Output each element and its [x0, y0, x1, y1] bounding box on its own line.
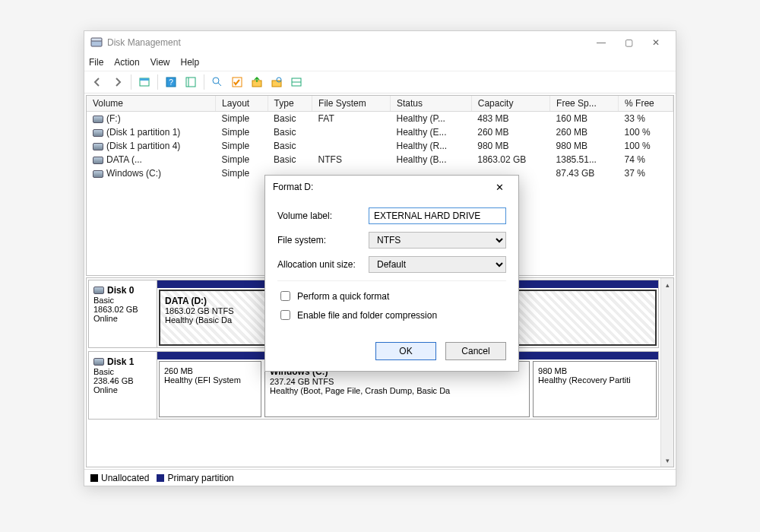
table-cell: NTFS — [312, 153, 391, 166]
svg-rect-1 — [91, 38, 102, 41]
table-cell: DATA (... — [87, 153, 216, 166]
table-cell: Basic — [268, 112, 312, 126]
vertical-scrollbar[interactable]: ▴ ▾ — [660, 278, 673, 467]
column-header[interactable]: File System — [312, 96, 391, 112]
column-header[interactable]: Volume — [87, 96, 216, 112]
table-cell: Simple — [216, 139, 268, 153]
partition-size: 260 MB — [164, 366, 256, 375]
file-system-select[interactable]: NTFS — [369, 232, 506, 249]
table-cell: 980 MB — [471, 139, 549, 153]
quick-format-label: Perform a quick format — [297, 291, 389, 302]
dialog-title: Format D: — [273, 182, 313, 192]
table-cell — [312, 125, 391, 139]
volume-icon — [93, 116, 103, 123]
table-cell: 483 MB — [471, 112, 549, 126]
partition[interactable]: 980 MB Healthy (Recovery Partiti — [533, 361, 657, 417]
menu-file[interactable]: File — [89, 57, 103, 68]
table-cell: 87.43 GB — [550, 166, 619, 180]
toolbar-btn-4[interactable] — [208, 73, 226, 91]
disk-header: Disk 1 Basic 238.46 GB Online — [89, 352, 157, 419]
table-cell: 160 MB — [550, 112, 619, 126]
partition[interactable]: 260 MB Healthy (EFI System — [159, 361, 261, 417]
table-cell: FAT — [312, 112, 391, 126]
toolbar-btn-7[interactable] — [268, 73, 286, 91]
table-cell: (Disk 1 partition 4) — [87, 139, 216, 153]
maximize-button[interactable]: ▢ — [615, 32, 642, 53]
toolbar-btn-8[interactable] — [287, 73, 306, 91]
back-button[interactable] — [89, 73, 107, 91]
format-dialog: Format D: ✕ Volume label: File system: N… — [264, 175, 519, 372]
table-cell: 74 % — [619, 153, 673, 166]
toolbar-btn-3[interactable] — [182, 73, 200, 91]
table-cell: Simple — [216, 153, 268, 166]
scroll-up-icon[interactable]: ▴ — [661, 278, 674, 291]
legend-unallocated-label: Unallocated — [101, 473, 149, 483]
volume-label-input[interactable] — [369, 207, 506, 224]
table-cell: Healthy (E... — [390, 125, 471, 139]
column-header[interactable]: Layout — [216, 96, 268, 112]
close-button[interactable]: ✕ — [642, 32, 670, 53]
help-button[interactable]: ? — [162, 73, 180, 91]
compression-label: Enable file and folder compression — [297, 310, 437, 321]
table-cell: 1863.02 GB — [471, 153, 549, 166]
table-cell: Simple — [216, 112, 268, 126]
partition-size: 237.24 GB NTFS — [270, 377, 524, 386]
table-cell: Basic — [268, 139, 312, 153]
volume-table[interactable]: VolumeLayoutTypeFile SystemStatusCapacit… — [87, 96, 673, 180]
table-cell: 33 % — [619, 112, 673, 126]
volume-icon — [93, 129, 103, 137]
disk-size: 1863.02 GB — [93, 305, 152, 314]
compression-checkbox[interactable] — [280, 310, 290, 320]
volume-icon — [93, 170, 103, 178]
table-cell: (Disk 1 partition 1) — [87, 125, 216, 139]
menu-view[interactable]: View — [150, 57, 170, 68]
toolbar-btn-6[interactable] — [248, 73, 266, 91]
column-header[interactable]: % Free — [619, 96, 673, 112]
forward-button[interactable] — [109, 73, 127, 91]
disk-type: Basic — [93, 296, 152, 305]
column-header[interactable]: Status — [390, 96, 471, 112]
table-cell: 100 % — [619, 125, 673, 139]
partition-status: Healthy (EFI System — [164, 375, 256, 385]
quick-format-row[interactable]: Perform a quick format — [277, 289, 506, 303]
toolbar-btn-1[interactable] — [135, 73, 154, 91]
disk-icon — [93, 358, 104, 366]
legend: Unallocated Primary partition — [84, 469, 676, 486]
minimize-button[interactable]: — — [587, 32, 615, 53]
toolbar-btn-5[interactable] — [228, 73, 246, 91]
allocation-unit-label: Allocation unit size: — [277, 259, 369, 270]
allocation-unit-select[interactable]: Default — [369, 256, 506, 273]
toolbar: ? — [84, 71, 676, 93]
cancel-button[interactable]: Cancel — [445, 342, 506, 360]
svg-rect-6 — [186, 78, 195, 87]
table-row[interactable]: (Disk 1 partition 4)SimpleBasicHealthy (… — [87, 139, 673, 153]
legend-unallocated-swatch — [90, 474, 98, 482]
table-cell: Basic — [268, 125, 312, 139]
scroll-down-icon[interactable]: ▾ — [661, 454, 674, 467]
table-row[interactable]: (Disk 1 partition 1)SimpleBasicHealthy (… — [87, 125, 673, 139]
column-header[interactable]: Type — [268, 96, 312, 112]
compression-row[interactable]: Enable file and folder compression — [277, 308, 506, 322]
table-cell: 1385.51... — [550, 153, 619, 166]
column-header[interactable]: Capacity — [471, 96, 549, 112]
table-cell: (F:) — [87, 112, 216, 126]
table-row[interactable]: (F:)SimpleBasicFATHealthy (P...483 MB160… — [87, 112, 673, 126]
table-cell: Simple — [216, 166, 268, 180]
partition-status: Healthy (Boot, Page File, Crash Dump, Ba… — [270, 386, 524, 395]
volume-label-label: Volume label: — [277, 211, 369, 221]
titlebar: Disk Management — ▢ ✕ — [84, 31, 676, 54]
window-title: Disk Management — [107, 37, 181, 48]
column-header[interactable]: Free Sp... — [550, 96, 619, 112]
app-icon — [90, 36, 103, 49]
menu-action[interactable]: Action — [114, 57, 139, 68]
table-cell: Basic — [268, 153, 312, 166]
disk-title: Disk 1 — [107, 356, 134, 367]
svg-line-9 — [218, 83, 221, 86]
partition-size: 980 MB — [538, 366, 651, 375]
dialog-close-button[interactable]: ✕ — [488, 176, 511, 198]
ok-button[interactable]: OK — [375, 342, 436, 360]
menu-help[interactable]: Help — [181, 57, 200, 68]
table-row[interactable]: DATA (...SimpleBasicNTFSHealthy (B...186… — [87, 153, 673, 166]
disk-title: Disk 0 — [107, 285, 134, 296]
quick-format-checkbox[interactable] — [280, 291, 290, 301]
